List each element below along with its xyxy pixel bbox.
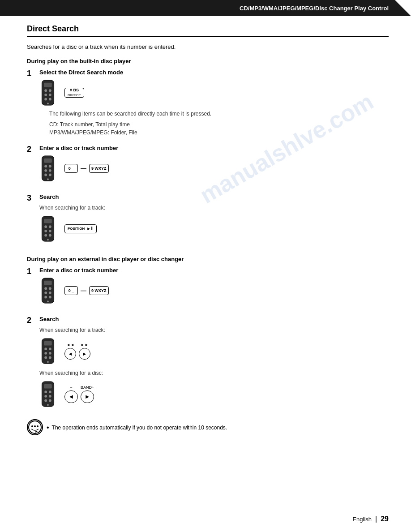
svg-point-50 [49, 395, 51, 397]
header-bar: CD/MP3/WMA/JPEG/MPEG/Disc Changer Play C… [0, 0, 411, 16]
step-2-btn: 0 _ — 9 WXYZ [64, 164, 109, 173]
svg-rect-46 [44, 384, 51, 388]
svg-point-8 [47, 103, 49, 104]
step-2: 2 Enter a disc or track number [27, 145, 389, 185]
ext-step-1-label: Enter a disc or track number [39, 267, 389, 274]
direct-key-btn: # BSDIRECT [64, 88, 84, 98]
page-container: CD/MP3/WMA/JPEG/MPEG/Disc Changer Play C… [0, 0, 411, 532]
svg-point-24 [44, 234, 47, 236]
svg-point-48 [49, 390, 51, 393]
ext-step-1-btn: 0 _ — 9 WXYZ [64, 286, 109, 295]
step-1-row: # BSDIRECT [39, 79, 389, 106]
ext-range-dash: — [81, 287, 86, 294]
step-1-info-line2: CD: Track number, Total play time [49, 120, 389, 129]
bullet-dot: • [47, 424, 49, 431]
step-3-sub: When searching for a track: [39, 204, 389, 212]
remote-icon-3 [39, 215, 56, 242]
svg-point-31 [44, 291, 47, 294]
footer-language: English [352, 516, 372, 523]
track-next-btn: ► [79, 348, 90, 360]
ext-step-1-row: 0 _ — 9 WXYZ [39, 277, 389, 304]
svg-point-41 [49, 352, 51, 354]
svg-point-7 [49, 98, 51, 100]
svg-point-33 [44, 296, 47, 298]
svg-point-6 [44, 98, 47, 100]
svg-point-44 [47, 361, 49, 363]
remote-icon-6 [39, 381, 56, 408]
step-3-content: Search When searching for a track: [39, 193, 389, 246]
band-btns: − ◄ BAND+ ► [64, 385, 94, 403]
ext-step-2-content: Search When searching for a track: [39, 316, 389, 411]
svg-point-30 [49, 287, 51, 290]
ext-step-1: 1 Enter a disc or track number [27, 267, 389, 308]
svg-point-55 [31, 425, 33, 427]
step-3: 3 Search When searching for a track: [27, 193, 389, 246]
step-3-number: 3 [27, 193, 37, 203]
track-search-label: When searching for a track: [39, 326, 389, 334]
position-btn: POSITION ►II [64, 224, 97, 233]
svg-point-35 [47, 300, 49, 302]
step-3-label: Search [39, 193, 389, 200]
svg-point-11 [44, 165, 47, 167]
step-1-info-line1: The following items can be searched dire… [49, 110, 389, 118]
svg-rect-1 [44, 82, 51, 87]
svg-point-17 [47, 178, 49, 180]
ext-num-start-btn: 0 _ [64, 286, 78, 295]
ext-step-2-label: Search [39, 316, 389, 322]
main-content: Direct Search Searches for a disc or a t… [0, 16, 411, 462]
step-2-label: Enter a disc or track number [39, 145, 389, 151]
svg-point-12 [49, 165, 51, 167]
ext-num-end-btn: 9 WXYZ [89, 286, 109, 295]
subsection2: During play on an external in disc playe… [27, 256, 389, 411]
ext-step-2: 2 Search When searching for a track: [27, 316, 389, 411]
intro-text: Searches for a disc or a track when its … [27, 43, 389, 51]
num-end-btn: 9 WXYZ [89, 164, 109, 173]
remote-icon-4 [39, 277, 56, 304]
svg-point-57 [37, 425, 39, 427]
note-icon [27, 419, 43, 435]
svg-point-20 [44, 225, 47, 228]
step-1-info-line3: MP3/WMA/JPEG/MPEG: Folder, File [49, 129, 389, 137]
step-1: 1 Select the Direct Search mode [27, 69, 389, 137]
section-title: Direct Search [27, 24, 389, 37]
step-3-btn: POSITION ►II [64, 224, 97, 233]
subsection1-title: During play on the built-in disc player [27, 58, 389, 64]
svg-point-23 [49, 229, 51, 232]
svg-point-51 [44, 399, 47, 402]
svg-rect-19 [44, 219, 51, 223]
svg-rect-28 [44, 280, 51, 285]
ext-step-1-number: 1 [27, 267, 37, 277]
svg-rect-10 [44, 158, 51, 163]
svg-point-2 [44, 89, 47, 92]
note-text: • The operation ends automatically if yo… [47, 419, 227, 432]
svg-point-5 [49, 93, 51, 96]
svg-point-3 [49, 89, 51, 92]
svg-point-53 [47, 404, 49, 406]
disc-prev-btn: ◄ [65, 390, 77, 403]
disc-next-btn: ► [81, 390, 94, 403]
svg-point-39 [49, 348, 51, 350]
step-1-btn: # BSDIRECT [64, 88, 84, 98]
svg-point-38 [44, 348, 47, 350]
svg-point-52 [49, 399, 51, 402]
remote-icon-2 [39, 155, 56, 182]
remote-icon-5 [39, 338, 56, 365]
step-1-info: The following items can be searched dire… [49, 110, 389, 137]
footer-page-number: 29 [381, 515, 389, 523]
step-1-content: Select the Direct Search mode [39, 69, 389, 137]
step-2-row: 0 _ — 9 WXYZ [39, 155, 389, 182]
ext-step-2-track-row: ◄◄ ◄ ►► ► [39, 338, 389, 365]
svg-point-25 [49, 234, 51, 236]
range-dash: — [81, 165, 86, 172]
svg-point-40 [44, 352, 47, 354]
svg-point-42 [44, 356, 47, 359]
ext-step-1-content: Enter a disc or track number [39, 267, 389, 308]
svg-point-21 [49, 225, 51, 228]
step-1-number: 1 [27, 69, 37, 79]
svg-point-15 [44, 173, 47, 176]
header-title: CD/MP3/WMA/JPEG/MPEG/Disc Changer Play C… [240, 5, 389, 12]
svg-point-34 [49, 296, 51, 298]
footer-divider: | [375, 515, 377, 523]
svg-point-22 [44, 229, 47, 232]
svg-point-26 [47, 239, 49, 240]
